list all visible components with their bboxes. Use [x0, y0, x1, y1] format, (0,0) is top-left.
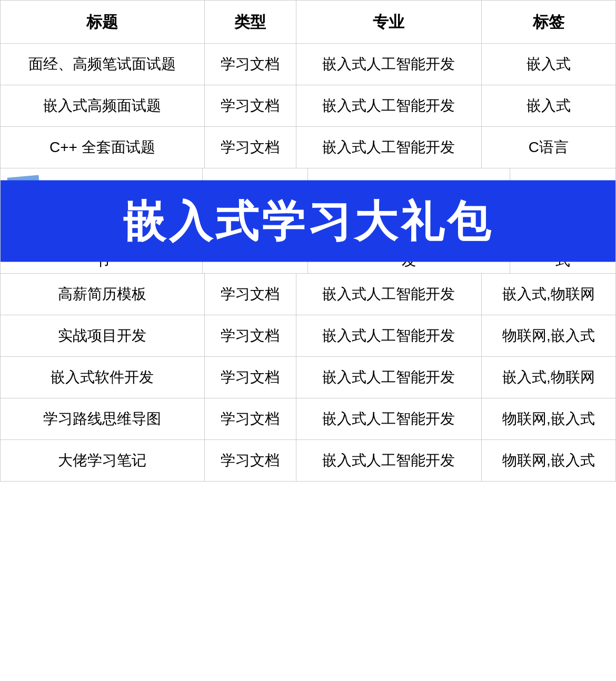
cell-title: 面经、高频笔试面试题 — [1, 44, 205, 85]
table-row: 嵌入式软件开发 学习文档 嵌入式人工智能开发 嵌入式,物联网 — [1, 357, 616, 398]
cell-tag: 物联网,嵌入式 — [481, 440, 615, 482]
cell-title: 高薪简历模板 — [1, 274, 205, 315]
cell-title: 嵌入式高频面试题 — [1, 85, 205, 127]
table-row: C++ 全套面试题 学习文档 嵌入式人工智能开发 C语言 — [1, 127, 616, 168]
banner-text: 嵌入式学习大礼包 — [123, 188, 493, 253]
banner-overlay: 嵌入式学习大礼包 — [1, 180, 615, 262]
cell-type: 学习文档 — [204, 274, 296, 315]
cell-tag: C语言 — [481, 127, 615, 168]
cell-title: 学习路线思维导图 — [1, 398, 205, 440]
cell-major: 嵌入式人工智能开发 — [296, 127, 481, 168]
table-row: 面经、高频笔试面试题 学习文档 嵌入式人工智能开发 嵌入式 — [1, 44, 616, 85]
col-header-tag: 标签 — [481, 1, 615, 44]
cell-tag: 嵌入式,物联网 — [481, 357, 615, 398]
cell-type: 学习文档 — [204, 315, 296, 357]
banner-row: 嵌入式学习大礼包 书 发 式 — [1, 168, 616, 274]
cell-major: 嵌入式人工智能开发 — [296, 85, 481, 127]
banner-cell: 嵌入式学习大礼包 书 发 式 — [1, 168, 616, 274]
cell-major: 嵌入式人工智能开发 — [296, 398, 481, 440]
cell-tag: 物联网,嵌入式 — [481, 315, 615, 357]
cell-tag: 物联网,嵌入式 — [481, 398, 615, 440]
cell-type: 学习文档 — [204, 127, 296, 168]
cell-type: 学习文档 — [204, 440, 296, 482]
cell-major: 嵌入式人工智能开发 — [296, 440, 481, 482]
cell-tag: 嵌入式 — [481, 85, 615, 127]
cell-title: C++ 全套面试题 — [1, 127, 205, 168]
table-header-row: 标题 类型 专业 标签 — [1, 1, 616, 44]
cell-title: 实战项目开发 — [1, 315, 205, 357]
content-table: 标题 类型 专业 标签 面经、高频笔试面试题 学习文档 嵌入式人工智能开发 嵌入… — [0, 0, 616, 482]
cell-title: 大佬学习笔记 — [1, 440, 205, 482]
col-header-title: 标题 — [1, 1, 205, 44]
table-row: 学习路线思维导图 学习文档 嵌入式人工智能开发 物联网,嵌入式 — [1, 398, 616, 440]
table-row: 高薪简历模板 学习文档 嵌入式人工智能开发 嵌入式,物联网 — [1, 274, 616, 315]
cell-type: 学习文档 — [204, 85, 296, 127]
main-container: 标题 类型 专业 标签 面经、高频笔试面试题 学习文档 嵌入式人工智能开发 嵌入… — [0, 0, 616, 482]
col-header-major: 专业 — [296, 1, 481, 44]
cell-major: 嵌入式人工智能开发 — [296, 274, 481, 315]
table-row: 嵌入式高频面试题 学习文档 嵌入式人工智能开发 嵌入式 — [1, 85, 616, 127]
table-row: 实战项目开发 学习文档 嵌入式人工智能开发 物联网,嵌入式 — [1, 315, 616, 357]
cell-tag: 嵌入式 — [481, 44, 615, 85]
cell-tag: 嵌入式,物联网 — [481, 274, 615, 315]
cell-major: 嵌入式人工智能开发 — [296, 44, 481, 85]
cell-major: 嵌入式人工智能开发 — [296, 315, 481, 357]
cell-type: 学习文档 — [204, 398, 296, 440]
table-row: 大佬学习笔记 学习文档 嵌入式人工智能开发 物联网,嵌入式 — [1, 440, 616, 482]
cell-title: 嵌入式软件开发 — [1, 357, 205, 398]
cell-type: 学习文档 — [204, 44, 296, 85]
cell-major: 嵌入式人工智能开发 — [296, 357, 481, 398]
col-header-type: 类型 — [204, 1, 296, 44]
cell-type: 学习文档 — [204, 357, 296, 398]
